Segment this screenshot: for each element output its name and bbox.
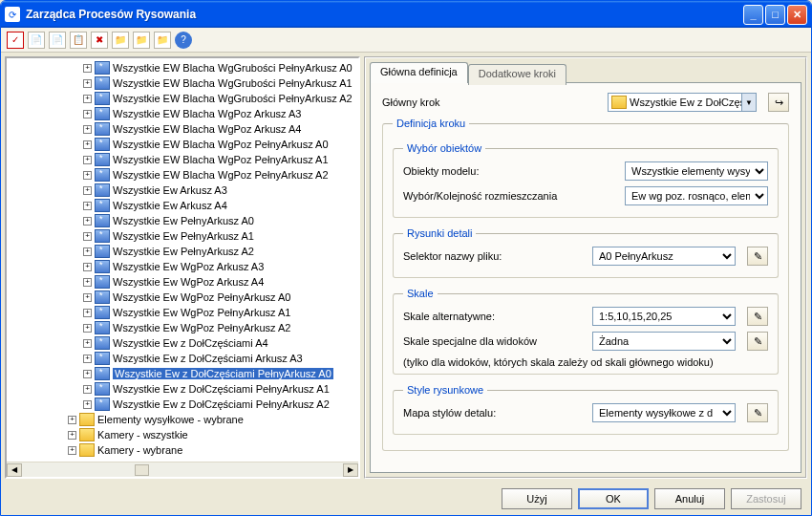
tree[interactable]: +Wszystkie EW Blacha WgGrubości PełnyArk… bbox=[7, 58, 358, 462]
scroll-left-icon[interactable]: ◀ bbox=[7, 463, 22, 477]
main-step-combo[interactable]: Wszystkie Ew z DołCzęś ▼ bbox=[608, 93, 757, 112]
tree-item[interactable]: +Wszystkie EW Blacha WgPoz PełnyArkusz A… bbox=[7, 167, 358, 183]
main-step-go-button[interactable]: ↪ bbox=[768, 93, 789, 112]
tool-folder1-icon[interactable]: 📁 bbox=[112, 32, 129, 49]
tree-item[interactable]: +Wszystkie Ew WgPoz Arkusz A4 bbox=[7, 274, 358, 290]
tree-item[interactable]: +Kamery - wszystkie bbox=[7, 427, 358, 442]
tree-item[interactable]: +Kamery - wybrane bbox=[7, 442, 358, 458]
expand-icon[interactable]: + bbox=[83, 156, 92, 164]
tree-item[interactable]: +Wszystkie Ew WgPoz PełnyArkusz A2 bbox=[7, 320, 358, 335]
tool-copy-icon[interactable]: 📄 bbox=[49, 32, 66, 49]
spec-scale-combo[interactable]: Żadna bbox=[592, 332, 736, 351]
expand-icon[interactable]: + bbox=[83, 110, 92, 118]
tree-item[interactable]: +Wszystkie EW Blacha WgGrubości PełnyArk… bbox=[7, 60, 358, 75]
spec-scale-edit-button[interactable]: ✎ bbox=[747, 332, 768, 351]
expand-icon[interactable]: + bbox=[83, 370, 92, 378]
tree-item[interactable]: +Wszystkie Ew PełnyArkusz A2 bbox=[7, 244, 358, 259]
tool-help-icon[interactable]: ? bbox=[175, 32, 192, 49]
chevron-down-icon[interactable]: ▼ bbox=[741, 94, 756, 111]
expand-icon[interactable]: + bbox=[83, 186, 92, 195]
expand-icon[interactable]: + bbox=[68, 416, 76, 424]
expand-icon[interactable]: + bbox=[83, 263, 92, 271]
tab-extra[interactable]: Dodatkowe kroki bbox=[468, 64, 566, 85]
expand-icon[interactable]: + bbox=[83, 79, 92, 88]
details-pane: Główna definicja Dodatkowe kroki Główny … bbox=[364, 56, 807, 479]
tool-folder3-icon[interactable]: 📁 bbox=[154, 32, 171, 49]
tree-item[interactable]: +Wszystkie Ew WgPoz Arkusz A3 bbox=[7, 259, 358, 274]
expand-icon[interactable]: + bbox=[83, 125, 92, 134]
expand-icon[interactable]: + bbox=[83, 278, 92, 287]
tool-new-icon[interactable]: 📄 bbox=[28, 32, 45, 49]
tree-item[interactable]: +Wszystkie Ew z DołCzęściami PełnyArkusz… bbox=[7, 381, 358, 397]
file-selector-edit-button[interactable]: ✎ bbox=[747, 247, 768, 266]
file-selector-combo[interactable]: A0 PełnyArkusz bbox=[592, 247, 736, 266]
expand-icon[interactable]: + bbox=[83, 95, 92, 103]
style-map-combo[interactable]: Elementy wysyłkowe z d bbox=[592, 403, 736, 422]
tool-paste-icon[interactable]: 📋 bbox=[70, 32, 87, 49]
tree-item[interactable]: +Wszystkie EW Blacha WgPoz Arkusz A3 bbox=[7, 106, 358, 121]
expand-icon[interactable]: + bbox=[83, 247, 92, 256]
tree-hscrollbar[interactable]: ◀ ▶ bbox=[7, 462, 358, 477]
footer: Użyj OK Anuluj Zastosuj bbox=[1, 483, 811, 515]
style-map-edit-button[interactable]: ✎ bbox=[747, 403, 768, 422]
cancel-button[interactable]: Anuluj bbox=[654, 488, 725, 509]
expand-icon[interactable]: + bbox=[83, 355, 92, 363]
tree-item[interactable]: +Wszystkie Ew z DołCzęściami Arkusz A3 bbox=[7, 351, 358, 366]
alt-scale-label: Skale alternatywne: bbox=[403, 311, 585, 322]
expand-icon[interactable]: + bbox=[83, 400, 92, 409]
ok-button[interactable]: OK bbox=[578, 488, 649, 509]
expand-icon[interactable]: + bbox=[83, 339, 92, 348]
tree-item[interactable]: +Elementy wysyłkowe - wybrane bbox=[7, 412, 358, 427]
titlebar[interactable]: ⟳ Zarządca Procesów Rysowania _ □ ✕ bbox=[1, 1, 811, 28]
maximize-button[interactable]: □ bbox=[765, 5, 785, 25]
expand-icon[interactable]: + bbox=[68, 446, 76, 455]
tree-item[interactable]: +Wszystkie EW Blacha WgPoz PełnyArkusz A… bbox=[7, 152, 358, 167]
expand-icon[interactable]: + bbox=[83, 385, 92, 394]
tree-item[interactable]: +Wszystkie Ew z DołCzęściami PełnyArkusz… bbox=[7, 366, 358, 381]
expand-icon[interactable]: + bbox=[83, 140, 92, 149]
tab-body: Główny krok Wszystkie Ew z DołCzęś ▼ ↪ D… bbox=[370, 82, 801, 473]
tool-delete-icon[interactable]: ✖ bbox=[91, 32, 108, 49]
apply-button[interactable]: Zastosuj bbox=[731, 488, 801, 509]
tree-item[interactable]: +Wszystkie EW Blacha WgPoz PełnyArkusz A… bbox=[7, 137, 358, 152]
order-combo[interactable]: Ew wg poz. rosnąco, element bbox=[625, 186, 768, 205]
process-icon bbox=[95, 92, 110, 105]
use-button[interactable]: Użyj bbox=[502, 488, 572, 509]
scroll-right-icon[interactable]: ▶ bbox=[343, 463, 358, 477]
scroll-thumb[interactable] bbox=[135, 464, 149, 476]
tree-item[interactable]: +Wszystkie Ew WgPoz PełnyArkusz A0 bbox=[7, 290, 358, 305]
tree-item[interactable]: +Wszystkie EW Blacha WgGrubości PełnyArk… bbox=[7, 91, 358, 106]
tree-item[interactable]: +Wszystkie Ew WgPoz PełnyArkusz A1 bbox=[7, 305, 358, 320]
scroll-track[interactable] bbox=[22, 463, 343, 477]
minimize-button[interactable]: _ bbox=[743, 5, 763, 25]
expand-icon[interactable]: + bbox=[83, 202, 92, 210]
model-objects-combo[interactable]: Wszystkie elementy wysyłkov bbox=[625, 161, 768, 181]
tree-item[interactable]: +Wszystkie Ew z DołCzęściami PełnyArkusz… bbox=[7, 397, 358, 412]
alt-scale-combo[interactable]: 1:5,10,15,20,25 bbox=[592, 307, 736, 326]
process-icon bbox=[95, 367, 110, 380]
expand-icon[interactable]: + bbox=[83, 171, 92, 180]
tree-item-label: Elementy wysyłkowe - wybrane bbox=[97, 414, 244, 425]
expand-icon[interactable]: + bbox=[68, 431, 76, 440]
tree-item[interactable]: +Wszystkie Ew Arkusz A4 bbox=[7, 198, 358, 213]
tree-item[interactable]: +Wszystkie EW Blacha WgPoz Arkusz A4 bbox=[7, 121, 358, 137]
expand-icon[interactable]: + bbox=[83, 324, 92, 333]
close-button[interactable]: ✕ bbox=[787, 5, 807, 25]
expand-icon[interactable]: + bbox=[83, 309, 92, 317]
process-icon bbox=[95, 245, 110, 258]
tree-item[interactable]: +Wszystkie Ew PełnyArkusz A0 bbox=[7, 213, 358, 228]
alt-scale-edit-button[interactable]: ✎ bbox=[747, 307, 768, 326]
tool-folder2-icon[interactable]: 📁 bbox=[133, 32, 150, 49]
expand-icon[interactable]: + bbox=[83, 217, 92, 226]
expand-icon[interactable]: + bbox=[83, 64, 92, 73]
tool-check-icon[interactable]: ✓ bbox=[7, 32, 24, 49]
expand-icon[interactable]: + bbox=[83, 293, 92, 302]
tree-item[interactable]: +Wszystkie EW Blacha WgGrubości PełnyArk… bbox=[7, 75, 358, 91]
tree-item-label: Wszystkie Ew PełnyArkusz A0 bbox=[113, 215, 254, 226]
tree-item[interactable]: +Wszystkie Ew z DołCzęściami A4 bbox=[7, 335, 358, 351]
tab-main[interactable]: Główna definicja bbox=[370, 62, 468, 83]
expand-icon[interactable]: + bbox=[83, 232, 92, 241]
main-step-value: Wszystkie Ew z DołCzęś bbox=[630, 97, 741, 108]
tree-item[interactable]: +Wszystkie Ew PełnyArkusz A1 bbox=[7, 228, 358, 244]
tree-item[interactable]: +Wszystkie Ew Arkusz A3 bbox=[7, 183, 358, 198]
